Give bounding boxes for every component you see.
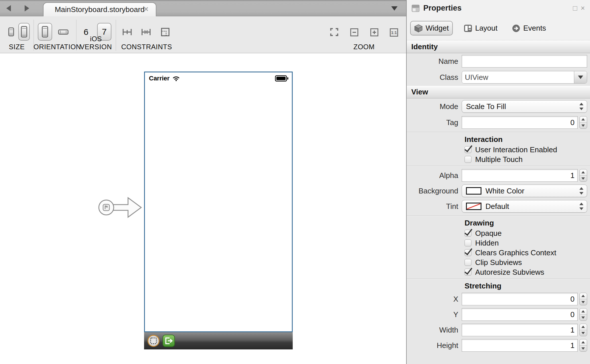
stretch-width-stepper[interactable] <box>579 324 587 336</box>
zoom-fit-icon[interactable] <box>330 28 339 36</box>
status-bar: Carrier <box>145 72 292 82</box>
tab-list-dropdown-icon[interactable] <box>391 6 398 11</box>
alpha-stepper[interactable] <box>579 169 587 182</box>
zoom-actual-size-icon[interactable]: 1:1 <box>390 28 398 37</box>
group-stretching: Stretching <box>407 280 590 291</box>
layout-icon <box>464 24 472 33</box>
stretch-height-input[interactable] <box>462 339 578 352</box>
tint-label: Tint <box>407 202 462 211</box>
stepper-up-icon[interactable] <box>580 169 587 175</box>
zoom-out-icon[interactable] <box>350 28 359 37</box>
background-value: White Color <box>485 187 524 195</box>
stretch-y-row: Y <box>407 307 590 322</box>
tag-stepper[interactable] <box>579 116 587 129</box>
orientation-portrait-button[interactable] <box>38 23 52 41</box>
opaque-checkbox[interactable] <box>465 230 471 237</box>
size-4-inch-button[interactable] <box>18 23 30 41</box>
autoresize-subviews-checkbox[interactable] <box>465 269 471 276</box>
stretch-y-input[interactable] <box>462 308 578 321</box>
events-icon <box>512 24 520 33</box>
orientation-group-label: ORIENTATION <box>34 43 76 51</box>
storyboard-canvas[interactable]: Carrier <box>0 53 406 364</box>
section-identity: Identity <box>407 40 590 53</box>
zoom-group-label: ZOOM <box>338 43 390 51</box>
forward-button[interactable] <box>23 5 30 12</box>
tab-mainstoryboard[interactable]: MainStoryboard.storyboard × <box>43 2 156 16</box>
tab-events[interactable]: Events <box>508 21 550 35</box>
exit-segue-icon[interactable] <box>162 335 175 347</box>
stepper-up-icon[interactable] <box>580 116 587 122</box>
class-dropdown-button[interactable] <box>574 71 587 83</box>
stretch-y-stepper[interactable] <box>579 308 587 321</box>
clears-graphics-context-row: Clears Graphics Context <box>465 248 590 258</box>
tab-layout-label: Layout <box>475 24 497 33</box>
checkbox-label: Hidden <box>475 239 499 248</box>
tab-widget-label: Widget <box>426 24 449 33</box>
hidden-row: Hidden <box>465 238 590 248</box>
remove-constraint-icon[interactable] <box>141 28 151 36</box>
class-input[interactable] <box>462 71 574 83</box>
stepper-up-icon[interactable] <box>580 293 587 299</box>
tab-widget[interactable]: Widget <box>410 21 453 35</box>
background-popup[interactable]: White Color <box>462 185 587 197</box>
stepper-up-icon[interactable] <box>580 339 587 345</box>
stretch-x-input[interactable] <box>462 293 578 305</box>
initial-view-controller-arrow[interactable] <box>97 196 145 221</box>
orientation-portrait-icon <box>42 26 48 37</box>
dock-panel-icon[interactable]: □ <box>573 5 577 12</box>
default-tint-swatch <box>466 203 481 210</box>
class-label: Class <box>407 73 462 82</box>
orientation-landscape-icon[interactable] <box>58 29 68 35</box>
interaction-heading: Interaction <box>465 134 590 145</box>
view-controller-icon[interactable] <box>147 334 160 347</box>
properties-panel: Properties □ × Widget <box>406 0 590 364</box>
tag-label: Tag <box>407 118 462 127</box>
user-interaction-enabled-checkbox[interactable] <box>465 146 471 153</box>
stretch-height-row: Height <box>407 338 590 353</box>
constraints-group-label: CONSTRAINTS <box>116 43 178 51</box>
clip-subviews-checkbox[interactable] <box>465 259 471 266</box>
tint-popup[interactable]: Default <box>462 200 587 213</box>
divider <box>407 215 590 216</box>
mode-label: Mode <box>407 102 462 111</box>
tag-input[interactable] <box>462 116 578 129</box>
stepper-down-icon[interactable] <box>580 299 587 305</box>
stretch-width-input[interactable] <box>462 324 578 336</box>
stepper-down-icon[interactable] <box>580 175 587 181</box>
stepper-up-icon[interactable] <box>580 324 587 330</box>
view-controller-view[interactable]: Carrier <box>144 72 293 332</box>
alpha-input[interactable] <box>462 169 578 182</box>
stretch-x-stepper[interactable] <box>579 293 587 305</box>
tab-layout[interactable]: Layout <box>460 21 501 35</box>
resize-constraint-icon[interactable] <box>160 27 170 37</box>
close-tab-icon[interactable]: × <box>144 5 148 13</box>
view-controller-dock <box>144 332 293 349</box>
stepper-down-icon[interactable] <box>580 330 587 336</box>
user-interaction-enabled-row: User Interaction Enabled <box>465 145 590 155</box>
checkbox-label: Multiple Touch <box>475 155 523 164</box>
stretch-x-row: X <box>407 291 590 307</box>
multiple-touch-row: Multiple Touch <box>465 155 590 164</box>
stepper-up-icon[interactable] <box>580 308 587 314</box>
tint-value: Default <box>485 202 509 211</box>
zoom-in-icon[interactable] <box>370 28 379 37</box>
multiple-touch-checkbox[interactable] <box>465 156 471 163</box>
add-constraint-icon[interactable] <box>122 28 132 36</box>
checkbox-label: Clip Subviews <box>475 258 522 267</box>
stepper-down-icon[interactable] <box>580 122 587 128</box>
class-combobox[interactable] <box>462 71 587 84</box>
name-input[interactable] <box>462 55 587 68</box>
stepper-down-icon[interactable] <box>580 314 587 321</box>
checkbox-label: Clears Graphics Context <box>475 248 556 257</box>
opaque-row: Opaque <box>465 228 590 238</box>
stretch-height-stepper[interactable] <box>579 339 587 352</box>
mode-popup[interactable]: Scale To Fill <box>462 100 587 113</box>
tab-events-label: Events <box>523 24 546 33</box>
clears-graphics-context-checkbox[interactable] <box>465 249 471 256</box>
hidden-checkbox[interactable] <box>465 240 471 246</box>
back-button[interactable] <box>5 5 13 12</box>
size-3-5-inch-icon[interactable] <box>8 27 14 36</box>
stepper-down-icon[interactable] <box>580 345 587 351</box>
clip-subviews-row: Clip Subviews <box>465 258 590 267</box>
close-panel-icon[interactable]: × <box>581 5 585 12</box>
